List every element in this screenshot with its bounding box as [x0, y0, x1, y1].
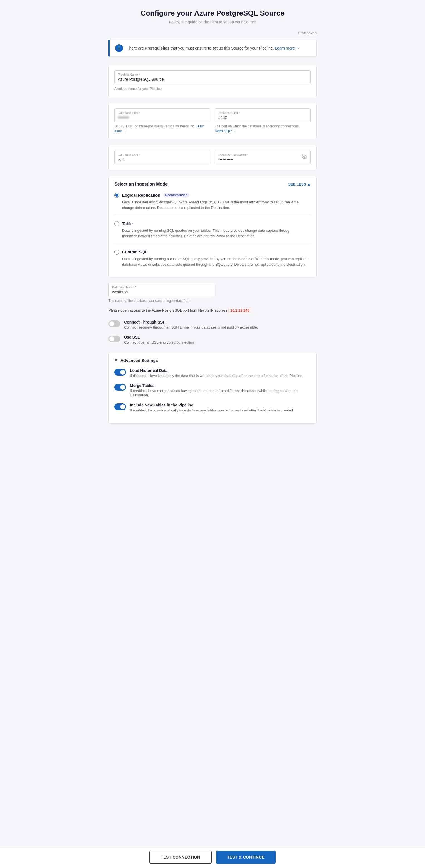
- pipeline-name-field: Pipeline Name *: [114, 70, 311, 84]
- ingestion-option-table: Table Data is ingested by running SQL qu…: [114, 221, 311, 243]
- ssh-toggle-row: Connect Through SSH Connect securely thr…: [108, 320, 317, 330]
- pipeline-name-hint: A unique name for your Pipeline: [114, 87, 311, 91]
- ingestion-option-logical: Logical Replication Recommended Data is …: [114, 192, 311, 215]
- db-auth-section: Database User * Database Password *: [108, 145, 317, 170]
- ingestion-radio-table[interactable]: [114, 221, 119, 226]
- db-user-field: Database User *: [114, 151, 210, 164]
- pipeline-name-section: Pipeline Name * A unique name for your P…: [108, 65, 317, 97]
- info-banner: i There are Prerequisites that you must …: [108, 39, 317, 57]
- include-new-tables-row: Include New Tables in the Pipeline If en…: [114, 403, 311, 412]
- footer-buttons: TEST CONNECTION TEST & CONTINUE: [0, 846, 425, 868]
- db-user-label: Database User *: [118, 153, 207, 156]
- include-new-tables-toggle[interactable]: [114, 403, 126, 410]
- ssh-toggle-label: Connect Through SSH Connect securely thr…: [124, 320, 258, 330]
- merge-tables-slider: [114, 384, 126, 391]
- draft-status: Draft saved: [108, 31, 317, 35]
- ingestion-section: Select an Ingestion Mode SEE LESS ▲ Logi…: [108, 176, 317, 277]
- merge-tables-row: Merge Tables If enabled, Hevo merges tab…: [114, 383, 311, 397]
- ssl-toggle-label: Use SSL Connect over an SSL-encrypted co…: [124, 335, 194, 344]
- db-port-field: Database Port *: [215, 108, 311, 122]
- db-host-field: Database Host *: [114, 108, 210, 122]
- ingestion-radio-logical[interactable]: [114, 193, 119, 198]
- ingestion-desc-table: Data is ingested by running SQL queries …: [122, 228, 311, 239]
- see-less-button[interactable]: SEE LESS ▲: [288, 182, 311, 186]
- ip-address: 10.2.22.240: [228, 308, 252, 313]
- pipeline-name-input[interactable]: [118, 77, 307, 82]
- db-name-field: Database Name *: [108, 283, 214, 297]
- advanced-settings-header[interactable]: ▼ Advanced Settings: [114, 358, 311, 363]
- ssh-slider: [108, 320, 120, 327]
- ssl-toggle-row: Use SSL Connect over an SSL-encrypted co…: [108, 335, 317, 344]
- db-port-input[interactable]: [218, 115, 307, 120]
- db-password-field: Database Password *: [215, 151, 311, 164]
- db-port-field-wrapper: Database Port * The port on which the da…: [215, 108, 311, 133]
- db-name-label: Database Name *: [112, 285, 210, 289]
- ssl-toggle[interactable]: [108, 336, 120, 342]
- ssh-toggle[interactable]: [108, 320, 120, 327]
- db-port-label: Database Port *: [218, 111, 307, 114]
- load-historical-row: Load Historical Data If disabled, Hevo l…: [114, 368, 311, 378]
- db-password-input[interactable]: [218, 157, 307, 162]
- info-banner-text: There are Prerequisites that you must en…: [127, 45, 300, 51]
- db-host-field-wrapper: Database Host * 10.123.1.001 or azure-po…: [114, 108, 210, 133]
- ingestion-option-custom-sql: Custom SQL Data is ingested by running a…: [114, 249, 311, 272]
- learn-more-link[interactable]: Learn more →: [275, 46, 300, 50]
- db-host-hint: 10.123.1.001 or azure-postgresql-replica…: [114, 124, 210, 133]
- pipeline-name-label: Pipeline Name *: [118, 73, 307, 76]
- load-historical-label: Load Historical Data If disabled, Hevo l…: [130, 368, 303, 378]
- toggle-password-icon[interactable]: [301, 154, 307, 161]
- include-new-tables-label: Include New Tables in the Pipeline If en…: [130, 403, 294, 412]
- load-historical-slider: [114, 369, 126, 376]
- chevron-up-icon: ▲: [307, 182, 311, 186]
- db-port-need-help[interactable]: Need help? →: [215, 129, 236, 133]
- test-continue-button[interactable]: TEST & CONTINUE: [216, 851, 275, 864]
- ingestion-desc-logical: Data is ingested using PostgreSQL Write …: [122, 199, 311, 210]
- ingestion-label-table: Table: [122, 221, 133, 226]
- db-user-field-wrapper: Database User *: [114, 151, 210, 164]
- ingestion-label-logical: Logical Replication: [122, 193, 161, 197]
- ingestion-desc-custom-sql: Data is ingested by running a custom SQL…: [122, 256, 311, 267]
- ip-notice: Please open access to the Azure PostgreS…: [108, 308, 317, 313]
- info-icon: i: [115, 44, 123, 52]
- db-host-input[interactable]: [118, 115, 207, 120]
- recommended-badge: Recommended: [163, 193, 190, 197]
- db-name-section: Database Name * The name of the database…: [108, 283, 317, 303]
- db-password-label: Database Password *: [218, 153, 307, 156]
- ingestion-label-custom-sql: Custom SQL: [122, 250, 148, 254]
- ingestion-title: Select an Ingestion Mode: [114, 182, 168, 187]
- merge-tables-label: Merge Tables If enabled, Hevo merges tab…: [130, 383, 311, 397]
- db-port-hint: The port on which the database is accept…: [215, 124, 311, 133]
- db-host-label: Database Host *: [118, 111, 207, 114]
- db-password-field-wrapper: Database Password *: [215, 151, 311, 164]
- db-user-input[interactable]: [118, 157, 207, 162]
- load-historical-toggle[interactable]: [114, 369, 126, 376]
- db-name-hint: The name of the database you want to ing…: [108, 299, 317, 303]
- include-new-tables-slider: [114, 403, 126, 410]
- ingestion-radio-custom-sql[interactable]: [114, 250, 119, 254]
- db-name-input[interactable]: [112, 289, 210, 294]
- merge-tables-toggle[interactable]: [114, 384, 126, 391]
- test-connection-button[interactable]: TEST CONNECTION: [150, 851, 211, 864]
- db-connection-section: Database Host * 10.123.1.001 or azure-po…: [108, 103, 317, 140]
- page-title: Configure your Azure PostgreSQL Source: [108, 9, 317, 18]
- chevron-down-icon: ▼: [114, 358, 118, 362]
- ingestion-header: Select an Ingestion Mode SEE LESS ▲: [114, 182, 311, 187]
- advanced-settings-section: ▼ Advanced Settings Load Historical Data…: [108, 352, 317, 424]
- advanced-settings-title: Advanced Settings: [121, 358, 158, 363]
- ssl-slider: [108, 336, 120, 342]
- page-subtitle: Follow the guide on the right to set up …: [108, 20, 317, 24]
